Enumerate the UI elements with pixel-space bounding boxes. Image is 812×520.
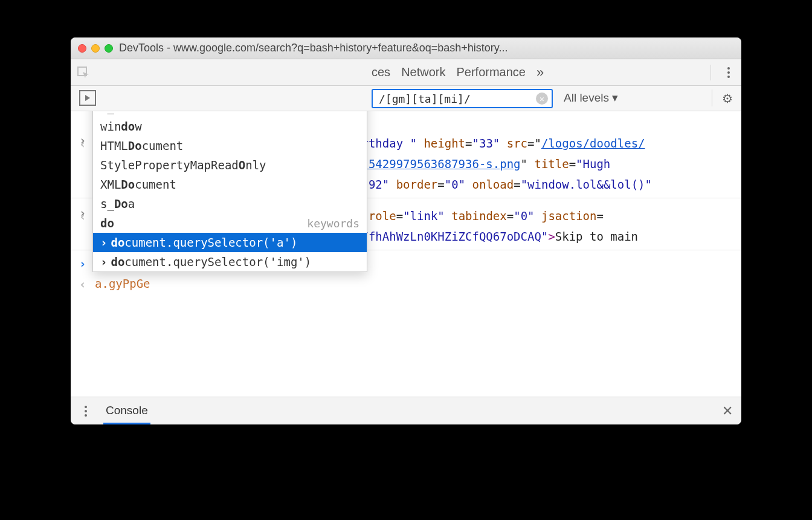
minimize-window-button[interactable] <box>91 44 100 53</box>
execution-context-icon[interactable] <box>79 90 96 106</box>
devtools-window: DevTools - www.google.com/search?q=bash+… <box>71 37 741 424</box>
tab-sources-partial[interactable]: ces <box>372 65 390 79</box>
console-content: › › irthday " height="33" src="/logos/do… <box>71 111 741 397</box>
prompt-icon: › <box>79 255 86 272</box>
src-link-2[interactable]: y-5429979563687936-s.png <box>355 157 521 171</box>
autocomplete-item[interactable]: s_doa <box>93 111 367 117</box>
console-filter-input[interactable]: /[gm][ta][mi]/ ✕ <box>372 89 553 108</box>
src-link[interactable]: /logos/doodles/ <box>541 137 645 150</box>
output-icon: › <box>79 276 86 293</box>
tab-network[interactable]: Network <box>401 65 445 79</box>
zoom-window-button[interactable] <box>105 44 113 53</box>
divider <box>712 89 712 106</box>
autocomplete-item[interactable]: document.querySelector('img') <box>93 252 367 271</box>
output-icon: › <box>79 208 86 225</box>
autocomplete-item[interactable]: s_Doa <box>93 194 367 213</box>
tabs-overflow-icon[interactable]: » <box>536 65 544 80</box>
autocomplete-item[interactable]: window <box>93 117 367 136</box>
settings-icon[interactable]: ⚙ <box>722 91 733 106</box>
close-window-button[interactable] <box>78 44 86 53</box>
inspect-icon[interactable] <box>77 66 90 79</box>
filter-value: /[gm][ta][mi]/ <box>379 93 471 105</box>
window-title: DevTools - www.google.com/search?q=bash+… <box>119 42 734 54</box>
clear-filter-icon[interactable]: ✕ <box>536 93 548 105</box>
window-controls <box>78 44 113 53</box>
titlebar: DevTools - www.google.com/search?q=bash+… <box>71 37 741 59</box>
tab-performance[interactable]: Performance <box>456 65 526 79</box>
console-eager-result: › a.gyPpGe <box>71 273 741 294</box>
autocomplete-item[interactable]: document.querySelector('a') <box>93 233 367 252</box>
console-filter-bar: /[gm][ta][mi]/ ✕ All levels ▾ ⚙ <box>71 86 741 111</box>
drawer: Console ✕ <box>71 397 741 424</box>
main-toolbar: ces Network Performance » <box>71 59 741 86</box>
autocomplete-item[interactable]: HTMLDocument <box>93 136 367 155</box>
autocomplete-item[interactable]: XMLDocument <box>93 175 367 194</box>
log-levels-dropdown[interactable]: All levels ▾ <box>564 91 618 105</box>
autocomplete-item[interactable]: dokeywords <box>93 213 367 233</box>
more-options-icon[interactable] <box>722 67 735 78</box>
drawer-tab-console[interactable]: Console <box>103 398 150 424</box>
output-icon: › <box>79 135 86 152</box>
drawer-close-icon[interactable]: ✕ <box>722 403 733 419</box>
autocomplete-popup: onmousedownonpointerdowns_dos_doawindowH… <box>92 111 367 272</box>
autocomplete-item[interactable]: StylePropertyMapReadOnly <box>93 155 367 175</box>
drawer-menu-icon[interactable] <box>79 406 92 417</box>
